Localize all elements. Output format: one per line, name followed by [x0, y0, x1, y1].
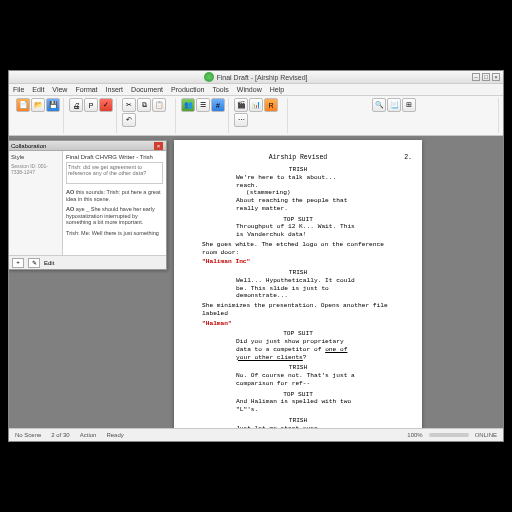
menu-view[interactable]: View [52, 86, 67, 93]
script-line[interactable]: TOP SUIT [202, 391, 394, 399]
panel-edit-button[interactable]: ✎ [28, 258, 40, 268]
script-line[interactable]: No. Of course not. That's just a compari… [236, 372, 360, 388]
script-page[interactable]: Airship Revised 2. TRISHWe're here to ta… [174, 140, 422, 428]
menu-file[interactable]: File [13, 86, 24, 93]
paste-icon[interactable]: 📋 [152, 98, 166, 112]
menu-production[interactable]: Production [171, 86, 204, 93]
script-line[interactable]: TRISH [202, 364, 394, 372]
new-doc-icon[interactable]: 📄 [16, 98, 30, 112]
status-scene: No Scene [15, 432, 41, 438]
navigator-icon[interactable]: ☰ [196, 98, 210, 112]
close-button[interactable]: × [492, 73, 500, 81]
collab-textarea[interactable] [66, 162, 163, 184]
menu-window[interactable]: Window [237, 86, 262, 93]
menu-help[interactable]: Help [270, 86, 284, 93]
script-line[interactable]: About reaching the people that really ma… [236, 197, 360, 213]
panel-title-text: Collaboration [11, 143, 46, 149]
menu-document[interactable]: Document [131, 86, 163, 93]
zoom-slider[interactable] [429, 433, 469, 437]
window-title: Final Draft - [Airship Revised] [216, 74, 307, 81]
script-line[interactable]: Just let me start over -- [236, 425, 360, 428]
save-icon[interactable]: 💾 [46, 98, 60, 112]
script-line[interactable]: TOP SUIT [202, 216, 394, 224]
script-line[interactable]: TRISH [202, 166, 394, 174]
script-line[interactable]: Throughput of 12 K... Wait. This is Vand… [236, 223, 360, 239]
ribbon-toolbar: 📄 📂 💾 🖨 P ✓ ✂ ⧉ 📋 ↶ 👥 ☰ # 🎬 📊 R ⋯ 🔍 [9, 96, 503, 136]
collab-icon[interactable]: 👥 [181, 98, 195, 112]
script-line[interactable]: (stammering) [246, 189, 350, 197]
collab-note-1: AO this sounds: Trish: put here a great … [66, 189, 163, 202]
spell-icon[interactable]: ✓ [99, 98, 113, 112]
panel-close-button[interactable]: × [154, 142, 163, 150]
script-line[interactable]: Well... Hypothetically. It could be. Thi… [236, 277, 360, 300]
menu-tools[interactable]: Tools [212, 86, 228, 93]
script-line[interactable]: TOP SUIT [202, 330, 394, 338]
panel-sidebar: Style Session ID: 001-7338-1247 [9, 151, 63, 269]
status-page: 2 of 30 [51, 432, 69, 438]
report-icon[interactable]: 📊 [249, 98, 263, 112]
collab-note-3: Trish: Me: Well there is just something [66, 230, 163, 237]
menubar: FileEditViewFormatInsertDocumentProducti… [9, 84, 503, 96]
status-online: ONLINE [475, 432, 497, 438]
app-icon [204, 72, 214, 82]
panel-style-label: Style [11, 154, 59, 160]
doc-title: Airship Revised [269, 154, 328, 161]
menu-insert[interactable]: Insert [106, 86, 124, 93]
pdf-icon[interactable]: P [84, 98, 98, 112]
copy-icon[interactable]: ⧉ [137, 98, 151, 112]
menu-edit[interactable]: Edit [32, 86, 44, 93]
maximize-button[interactable]: □ [482, 73, 490, 81]
script-line[interactable]: Did you just show proprietary data to a … [236, 338, 360, 361]
index-icon[interactable]: # [211, 98, 225, 112]
zoom-icon[interactable]: 🔍 [372, 98, 386, 112]
panel-add-button[interactable]: + [12, 258, 24, 268]
status-element: Action [80, 432, 97, 438]
undo-icon[interactable]: ↶ [122, 113, 136, 127]
minimize-button[interactable]: – [472, 73, 480, 81]
workspace: Airship Revised 2. TRISHWe're here to ta… [9, 136, 503, 428]
collaboration-panel: Collaboration × Style Session ID: 001-73… [9, 140, 167, 270]
panel-edit-label: Edit [44, 260, 54, 266]
collab-note-2: AO aye _ She should have her early hypos… [66, 206, 163, 226]
cut-icon[interactable]: ✂ [122, 98, 136, 112]
script-line[interactable]: "Halman" [202, 320, 394, 328]
script-line[interactable]: She goes white. The etched logo on the c… [202, 241, 394, 257]
page-number: 2. [404, 154, 412, 162]
status-zoom[interactable]: 100% [407, 432, 422, 438]
panel-content: Final Draft CHVRG Writer - Trish AO this… [63, 151, 166, 269]
script-line[interactable]: TRISH [202, 269, 394, 277]
open-icon[interactable]: 📂 [31, 98, 45, 112]
script-line[interactable]: We're here to talk about... reach. [236, 174, 360, 190]
app-window: Final Draft - [Airship Revised] – □ × Fi… [8, 70, 504, 442]
revision-icon[interactable]: R [264, 98, 278, 112]
panel-writer-label: Final Draft CHVRG Writer - Trish [66, 154, 163, 160]
script-line[interactable]: She minimizes the presentation. Opens an… [202, 302, 394, 318]
more-icon[interactable]: ⋯ [234, 113, 248, 127]
panel-session-label: Session ID: 001-7338-1247 [11, 163, 59, 175]
script-line[interactable]: TRISH [202, 417, 394, 425]
statusbar: No Scene 2 of 30 Action Ready 100% ONLIN… [9, 428, 503, 441]
scene-icon[interactable]: 🎬 [234, 98, 248, 112]
menu-format[interactable]: Format [75, 86, 97, 93]
script-line[interactable]: And Haliman is spelled with two "L"'s. [236, 398, 360, 414]
titlebar: Final Draft - [Airship Revised] – □ × [9, 71, 503, 84]
status-ready: Ready [106, 432, 123, 438]
page-icon[interactable]: 📃 [387, 98, 401, 112]
print-icon[interactable]: 🖨 [69, 98, 83, 112]
split-icon[interactable]: ⊞ [402, 98, 416, 112]
script-line[interactable]: "Haliman Inc" [202, 258, 394, 266]
